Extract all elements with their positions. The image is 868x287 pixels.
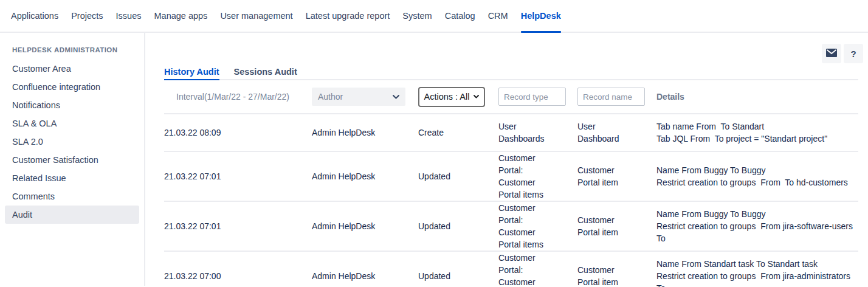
audit-table: Interval(1/Mar/22 - 27/Mar/22) Author Ac… (164, 80, 858, 287)
row-details: Name From Buggy To Buggy Restrict creati… (656, 208, 858, 244)
row-action: Create (418, 126, 498, 139)
tab-sessions-audit[interactable]: Sessions Audit (234, 66, 297, 79)
top-navigation: Applications Projects Issues Manage apps… (0, 0, 868, 33)
sidebar-header: HELPDESK ADMINISTRATION (0, 46, 144, 54)
sidebar-item-audit[interactable]: Audit (5, 206, 139, 224)
row-record-type: Customer Portal: Customer Portal items (498, 252, 577, 287)
helpdesk-admin-sidebar: HELPDESK ADMINISTRATION Customer Area Co… (0, 33, 145, 286)
actions-select[interactable]: Actions : All (418, 87, 485, 107)
interval-filter[interactable]: Interval(1/Mar/22 - 27/Mar/22) (164, 92, 312, 102)
row-time: 21.03.22 08:09 (164, 126, 312, 139)
row-record-type: Customer Portal: Customer Portal items (498, 202, 577, 251)
row-record-name: Customer Portal item (577, 164, 656, 188)
nav-item[interactable]: Issues (116, 0, 142, 32)
row-author: Admin HelpDesk (312, 220, 418, 232)
row-record-name: Customer Portal item (577, 214, 656, 238)
row-record-type: User Dashboards (498, 120, 577, 145)
row-time: 21.03.22 07:01 (164, 170, 312, 182)
nav-item[interactable]: User management (220, 0, 292, 32)
row-details: Name From Buggy To Buggy Restrict creati… (656, 164, 858, 188)
record-type-input[interactable] (498, 88, 566, 106)
filter-row: Interval(1/Mar/22 - 27/Mar/22) Author Ac… (164, 80, 858, 114)
nav-item[interactable]: Latest upgrade report (306, 0, 390, 32)
nav-item[interactable]: Manage apps (154, 0, 208, 32)
row-action: Updated (418, 170, 498, 182)
row-action: Updated (418, 270, 498, 282)
nav-item[interactable]: Applications (11, 0, 58, 32)
details-column-header: Details (656, 92, 858, 102)
nav-item[interactable]: Projects (71, 0, 103, 32)
table-row: 21.03.22 07:01 Admin HelpDesk Updated Cu… (164, 202, 858, 252)
table-row: 21.03.22 07:01 Admin HelpDesk Updated Cu… (164, 152, 858, 202)
nav-item[interactable]: HelpDesk (521, 0, 561, 32)
sidebar-item-confluence-integration[interactable]: Confluence integration (5, 78, 139, 96)
author-select-value: Author (318, 92, 343, 102)
nav-item[interactable]: Catalog (445, 0, 475, 32)
row-record-type: Customer Portal: Customer Portal items (498, 152, 577, 201)
table-row: 21.03.22 07:00 Admin HelpDesk Updated Cu… (164, 252, 858, 287)
nav-item[interactable]: System (402, 0, 432, 32)
top-action-buttons: ? (822, 44, 863, 63)
row-details: Name From Standart task To Standart task… (656, 258, 858, 287)
row-details: Tab name From To Standart Tab JQL From T… (656, 120, 858, 145)
sidebar-item-comments[interactable]: Comments (5, 187, 139, 206)
chevron-down-icon (393, 95, 399, 99)
sidebar-item-customer-area[interactable]: Customer Area (5, 60, 139, 78)
sidebar-item-related-issue[interactable]: Related Issue (5, 169, 139, 187)
row-action: Updated (418, 220, 498, 232)
help-button[interactable]: ? (844, 44, 863, 63)
row-author: Admin HelpDesk (312, 270, 418, 282)
sidebar-item-sla-2-0[interactable]: SLA 2.0 (5, 133, 139, 151)
mail-button[interactable] (822, 44, 841, 63)
row-author: Admin HelpDesk (312, 126, 418, 139)
table-row: 21.03.22 08:09 Admin HelpDesk Create Use… (164, 114, 858, 152)
sidebar-item-sla-ola[interactable]: SLA & OLA (5, 114, 139, 133)
audit-main-panel: ? History Audit Sessions Audit Interval(… (145, 33, 868, 286)
envelope-icon (826, 49, 837, 59)
row-record-name: Customer Portal item (577, 264, 656, 287)
author-select[interactable]: Author (312, 88, 405, 106)
row-author: Admin HelpDesk (312, 170, 418, 182)
row-time: 21.03.22 07:00 (164, 270, 312, 282)
sidebar-item-notifications[interactable]: Notifications (5, 96, 139, 114)
audit-tabs: History Audit Sessions Audit (164, 66, 858, 80)
sidebar-item-customer-satisfaction[interactable]: Customer Satisfaction (5, 151, 139, 169)
row-record-name: User Dashboard (577, 120, 656, 145)
record-name-input[interactable] (577, 88, 645, 106)
tab-history-audit[interactable]: History Audit (164, 66, 219, 80)
actions-select-value: Actions : All (424, 92, 470, 102)
row-time: 21.03.22 07:01 (164, 220, 312, 232)
chevron-down-icon (474, 95, 479, 99)
nav-item[interactable]: CRM (488, 0, 508, 32)
